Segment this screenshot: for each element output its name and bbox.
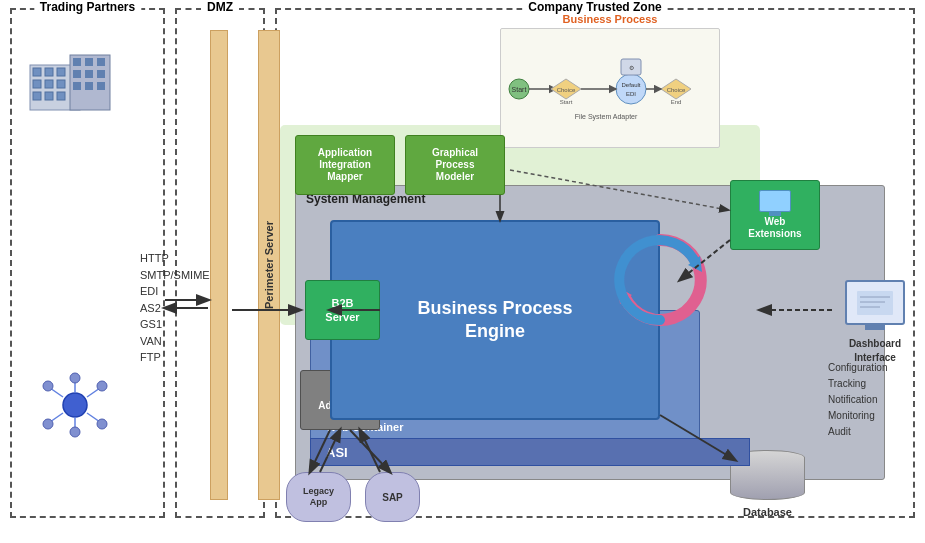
svg-rect-31 [73,70,81,78]
zone-trading-partners-label: Trading Partners [34,0,141,14]
sap-label: SAP [382,492,403,503]
config-line-tracking: Tracking [828,376,887,392]
zone-dmz-label: DMZ [201,0,239,14]
svg-text:EDI: EDI [626,91,636,97]
svg-point-37 [63,393,87,417]
svg-rect-36 [97,82,105,90]
svg-rect-29 [85,58,93,66]
config-line-audit: Audit [828,424,887,440]
web-extensions-label: Web Extensions [748,216,801,240]
b2b-server: B2B Server [305,280,380,340]
graphical-process-modeler: Graphical Process Modeler [405,135,505,195]
svg-rect-34 [73,82,81,90]
bpe-label: Business Process Engine [417,297,572,344]
perimeter-server-label: Perimeter Server [263,221,275,309]
svg-rect-21 [33,80,41,88]
business-process-diagram: Business Process Start Choice Start Defa… [500,28,720,148]
monitor-icon [759,190,791,212]
zone-trusted-label: Company Trusted Zone [522,0,667,14]
database-label: Database [743,506,792,518]
perimeter-server-bar: Perimeter Server [258,30,280,500]
aim-label: Application Integration Mapper [318,147,372,183]
svg-rect-23 [57,80,65,88]
protocol-van: VAN [140,333,210,350]
protocol-gs1: GS1 [140,316,210,333]
circular-arrows-icon [610,230,710,330]
svg-text:Start: Start [512,86,527,93]
svg-rect-50 [857,291,893,315]
architecture-diagram: Trading Partners DMZ Company Trusted Zon… [0,0,925,543]
svg-text:File System Adapter: File System Adapter [575,113,638,121]
svg-rect-30 [97,58,105,66]
dashboard-monitor-icon [845,280,905,325]
svg-text:Default: Default [621,82,640,88]
protocol-http: HTTP [140,250,210,267]
application-integration-mapper: Application Integration Mapper [295,135,395,195]
svg-rect-18 [33,68,41,76]
svg-point-49 [70,427,80,437]
legacy-label: Legacy App [303,486,334,508]
svg-rect-25 [45,92,53,100]
svg-point-41 [97,381,107,391]
bp-title: Business Process [563,13,658,25]
config-line-monitoring: Monitoring [828,408,887,424]
svg-rect-28 [73,58,81,66]
trading-partner-network [25,370,125,450]
web-extensions: Web Extensions [730,180,820,250]
config-labels: Configuration Tracking Notification Moni… [828,360,887,440]
svg-rect-33 [97,70,105,78]
legacy-app: Legacy App [286,472,351,522]
svg-point-43 [97,419,107,429]
gpm-label: Graphical Process Modeler [432,147,478,183]
svg-point-6 [616,74,646,104]
b2b-server-label: B2B Server [325,296,359,325]
svg-point-45 [43,419,53,429]
svg-text:Choice: Choice [667,87,686,93]
config-line-configuration: Configuration [828,360,887,376]
sap: SAP [365,472,420,522]
svg-text:Choice: Choice [557,87,576,93]
svg-rect-35 [85,82,93,90]
protocol-smtp: SMTP/SMIME [140,267,210,284]
asi-bar: ASI [310,438,750,466]
svg-text:⚙: ⚙ [629,65,634,71]
protocol-ftp: FTP [140,349,210,366]
protocol-as2: AS2 [140,300,210,317]
svg-point-47 [43,381,53,391]
asi-label: ASI [326,445,348,460]
svg-rect-26 [57,92,65,100]
dmz-bar [210,30,228,500]
svg-rect-22 [45,80,53,88]
trading-partner-building [25,50,125,120]
svg-text:End: End [671,99,682,105]
protocol-list: HTTP SMTP/SMIME EDI AS2 GS1 VAN FTP [140,250,210,366]
config-line-notification: Notification [828,392,887,408]
svg-rect-19 [45,68,53,76]
protocol-edi: EDI [140,283,210,300]
svg-rect-20 [57,68,65,76]
svg-rect-24 [33,92,41,100]
svg-point-39 [70,373,80,383]
svg-rect-32 [85,70,93,78]
svg-text:Start: Start [560,99,573,105]
dashboard-interface: Dashboard Interface [835,280,915,365]
